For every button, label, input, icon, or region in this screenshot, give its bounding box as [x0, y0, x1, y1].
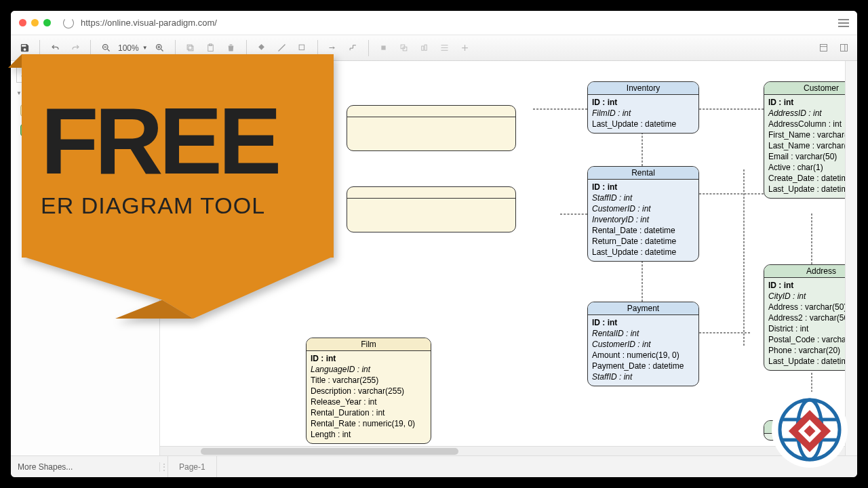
relationship-line [533, 108, 587, 110]
fill-color-button[interactable] [254, 40, 270, 56]
entity-column: CustomerID : int [592, 339, 694, 350]
entity-column: StaffID : int [592, 371, 694, 382]
to-front-button[interactable] [376, 40, 392, 56]
entity-address[interactable]: AddressID : intCityID : intAddress : var… [764, 264, 845, 371]
relationship-line [811, 214, 812, 268]
zoom-level[interactable]: 100%▼ [118, 43, 148, 53]
distribute-button[interactable] [437, 40, 453, 56]
format-panel-button[interactable] [815, 40, 831, 56]
relationship-line [743, 169, 745, 346]
entity-header: Payment [588, 302, 698, 315]
entity-column: InventoryID : int [592, 214, 694, 225]
relationship-line [696, 193, 764, 195]
entity-column: Last_Update : datetime [768, 184, 845, 195]
banner-title: FREE [41, 94, 315, 188]
undo-button[interactable] [47, 40, 63, 56]
entity-column: Description : varchar(255) [311, 386, 427, 396]
entity-body: ID : intStaffID : intCustomerID : intInv… [588, 180, 698, 261]
to-back-button[interactable] [396, 40, 412, 56]
outline-panel-button[interactable] [835, 40, 852, 56]
entity-rental[interactable]: RentalID : intStaffID : intCustomerID : … [587, 166, 699, 262]
relationship-line [642, 261, 643, 302]
entity-inventory[interactable]: InventoryID : intFilmID : intLast_Update… [587, 81, 699, 134]
page-tab[interactable]: Page-1 [168, 456, 217, 477]
delete-button[interactable] [223, 40, 239, 56]
entity-column: Address2 : varchar(50) [768, 312, 845, 323]
save-button[interactable] [16, 40, 33, 56]
redo-button[interactable] [67, 40, 83, 56]
entity-column: Postal_Code : varchar(10) [768, 334, 845, 345]
svg-rect-2 [189, 46, 193, 51]
horizontal-scrollbar[interactable] [160, 446, 845, 455]
svg-rect-12 [820, 45, 827, 52]
maximize-icon[interactable] [43, 19, 51, 26]
minimize-icon[interactable] [31, 19, 39, 26]
brand-logo-icon [769, 389, 850, 470]
more-shapes-button[interactable]: More Shapes... [11, 462, 160, 472]
banner-subtitle: ER DIAGRAM TOOL [41, 192, 315, 219]
entity-column: Email : varchar(50) [768, 151, 845, 162]
entity-body: ID : intAddressID : intAddressColumn : i… [764, 95, 845, 198]
entity-payment[interactable]: PaymentID : intRentalID : intCustomerID … [587, 302, 699, 386]
connector-button[interactable] [325, 40, 341, 56]
entity-column: Rental_Duration : int [311, 407, 427, 418]
svg-rect-13 [840, 45, 847, 52]
entity-column: ID : int [592, 97, 694, 108]
entity-stub[interactable] [347, 105, 516, 151]
entity-column: Amount : numeric(19, 0) [592, 350, 694, 361]
entity-body: ID : intCityID : intAddress : varchar(50… [764, 278, 845, 370]
zoom-value: 100% [118, 43, 139, 53]
svg-rect-7 [382, 45, 386, 49]
relationship-line [696, 108, 764, 110]
relationship-line [560, 214, 587, 215]
entity-header: Customer [764, 82, 845, 95]
entity-column: StaffID : int [592, 192, 694, 203]
browser-bar: https://online.visual-paradigm.com/ [11, 11, 857, 35]
entity-column: LanguageID : int [311, 364, 427, 375]
copy-button[interactable] [182, 40, 199, 56]
entity-column: AddressID : int [768, 108, 845, 119]
entity-column: Return_Date : datetime [592, 236, 694, 247]
status-bar: More Shapes... ⋮ Page-1 [11, 455, 857, 477]
window-controls[interactable] [19, 19, 51, 26]
entity-header: Inventory [588, 82, 698, 95]
hamburger-icon[interactable] [838, 19, 849, 27]
svg-rect-3 [187, 45, 192, 49]
entity-stub[interactable] [347, 186, 516, 232]
entity-column: Rental_Rate : numeric(19, 0) [311, 418, 427, 429]
zoom-in-button[interactable] [152, 40, 168, 56]
relationship-line [696, 332, 750, 333]
entity-body: ID : intFilmID : intLast_Update : dateti… [588, 95, 698, 133]
entity-column: CityID : int [768, 291, 845, 302]
zoom-out-button[interactable] [98, 40, 114, 56]
line-color-button[interactable] [274, 40, 290, 56]
entity-column: Address : varchar(50) [768, 302, 845, 312]
add-button[interactable] [457, 40, 473, 56]
svg-rect-10 [422, 46, 424, 50]
entity-column: ID : int [768, 280, 845, 291]
entity-header: Address [764, 265, 845, 278]
entity-column: Release_Year : int [311, 396, 427, 407]
entity-column: ID : int [311, 353, 427, 364]
address-bar[interactable]: https://online.visual-paradigm.com/ [81, 18, 838, 28]
waypoint-button[interactable] [345, 40, 361, 56]
close-icon[interactable] [19, 19, 26, 26]
entity-column: Payment_Date : datetime [592, 361, 694, 371]
entity-film[interactable]: FilmID : intLanguageID : intTitle : varc… [306, 338, 431, 444]
entity-column: Create_Date : datetime [768, 173, 845, 184]
entity-customer[interactable]: CustomerID : intAddressID : intAddressCo… [764, 81, 845, 199]
svg-rect-6 [299, 45, 304, 50]
relationship-line [642, 129, 643, 166]
drag-handle-icon[interactable]: ⋮ [160, 456, 168, 477]
entity-column: RentalID : int [592, 328, 694, 339]
entity-column: First_Name : varchar(255) [768, 129, 845, 140]
entity-header: Film [307, 338, 431, 351]
shadow-button[interactable] [294, 40, 311, 56]
entity-column: Phone : varchar(20) [768, 345, 845, 356]
entity-column: ID : int [592, 182, 694, 192]
refresh-icon[interactable] [63, 18, 74, 28]
paste-button[interactable] [203, 40, 219, 56]
align-button[interactable] [416, 40, 433, 56]
entity-column: ID : int [592, 317, 694, 328]
entity-column: Active : char(1) [768, 162, 845, 173]
